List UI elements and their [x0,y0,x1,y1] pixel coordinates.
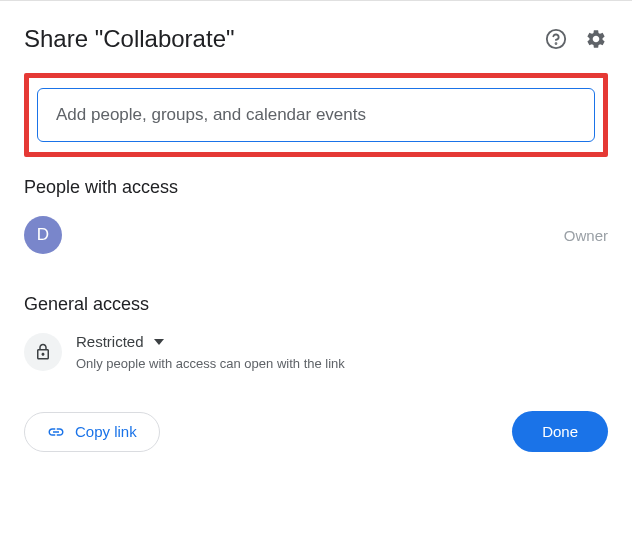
access-level-dropdown[interactable]: Restricted [76,333,345,350]
copy-link-button[interactable]: Copy link [24,412,160,452]
lock-icon [24,333,62,371]
settings-icon[interactable] [584,27,608,51]
dialog-header: Share "Collaborate" [24,25,608,53]
dialog-title: Share "Collaborate" [24,25,235,53]
access-level-label: Restricted [76,333,144,350]
add-people-input[interactable] [37,88,595,142]
header-actions [544,27,608,51]
general-access-section: General access Restricted Only people wi… [24,294,608,371]
chevron-down-icon [154,339,164,345]
copy-link-label: Copy link [75,423,137,440]
access-details: Restricted Only people with access can o… [76,333,345,371]
people-with-access-section: People with access D Owner [24,177,608,254]
person-row: D Owner [24,216,608,254]
people-heading: People with access [24,177,608,198]
help-icon[interactable] [544,27,568,51]
access-row: Restricted Only people with access can o… [24,333,608,371]
input-highlight [24,73,608,157]
avatar: D [24,216,62,254]
share-dialog: Share "Collaborate" People with access D… [0,0,632,476]
access-description: Only people with access can open with th… [76,356,345,371]
general-heading: General access [24,294,608,315]
role-label: Owner [564,227,608,244]
svg-point-1 [556,43,557,44]
dialog-footer: Copy link Done [24,411,608,452]
link-icon [47,423,65,441]
done-button[interactable]: Done [512,411,608,452]
